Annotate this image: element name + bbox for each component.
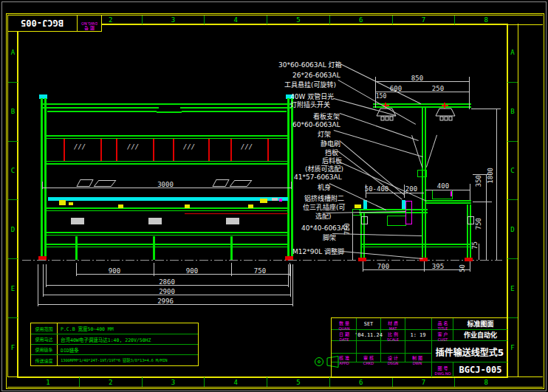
ext-line xyxy=(470,184,470,200)
post-left xyxy=(41,98,43,261)
scale-value: 1: 19 xyxy=(410,332,425,338)
rear-socket-mark xyxy=(451,191,452,196)
lightbox-frame xyxy=(46,161,288,162)
glass-hatch: /// xyxy=(183,143,195,151)
ext-line xyxy=(38,264,38,306)
annotation-label: 看板支架 xyxy=(313,111,340,121)
approved-stamp: 核 准APPD xyxy=(334,354,355,365)
ext-line xyxy=(288,264,289,287)
drive-clip xyxy=(59,200,66,205)
checked-stamp: 审 核CHKD xyxy=(358,354,379,365)
leg-handle xyxy=(467,216,474,224)
dim-text: 900 xyxy=(109,267,120,275)
notes-row-label: 使用范围 xyxy=(31,323,57,334)
ext-line xyxy=(471,109,501,109)
leg-handle xyxy=(361,216,368,224)
dim-text: 2996 xyxy=(157,298,174,305)
drawing-name-value: 标准图面 xyxy=(453,318,507,329)
dim-text: 75 xyxy=(471,241,479,250)
zone-row-label: E xyxy=(8,259,18,318)
zone-row-label: F xyxy=(8,318,18,376)
dim-text: 900 xyxy=(186,267,198,275)
annotation-label: 40*40-6063AL xyxy=(301,224,349,232)
title-stamp: 品 名TITLE xyxy=(434,320,452,331)
rear-leg xyxy=(470,204,471,259)
conveyor-rail xyxy=(46,210,290,211)
top-beam-notch xyxy=(157,111,182,113)
dim-line xyxy=(425,190,470,190)
dim-text: 250 xyxy=(432,85,444,92)
zone-col-label: 1 xyxy=(17,377,80,387)
top-beam xyxy=(47,111,157,112)
zone-col-label: 5 xyxy=(267,16,330,24)
dim-text: 750 xyxy=(254,267,266,275)
zone-col-label: 3 xyxy=(143,16,205,24)
leveling-foot xyxy=(465,258,473,261)
lower-beam xyxy=(46,247,290,247)
zone-col-label: 7 xyxy=(393,377,456,387)
end-socket xyxy=(279,199,282,202)
designed-stamp: 设 计DSGN xyxy=(383,354,403,365)
lightbox-frame xyxy=(46,135,288,137)
zone-col-label: 5 xyxy=(267,377,330,387)
zone-row-label: E xyxy=(507,259,518,318)
dim-text: 2900 xyxy=(159,288,175,295)
lightbox-frame xyxy=(46,138,288,139)
notes-table: 使用范围 P.C.B 宽度50~400 MM 使用马达 台湾40W电子调速马达1… xyxy=(30,323,199,366)
dim-line xyxy=(363,269,424,270)
ext-line xyxy=(290,264,291,297)
lightbox-divider xyxy=(116,139,117,161)
dwgno-stamp: 图 号DWG.NO xyxy=(434,365,452,376)
zone-col-label: 4 xyxy=(205,16,267,24)
rear-table-top xyxy=(425,200,471,202)
chain-clip xyxy=(118,204,123,208)
rear-leg xyxy=(467,204,468,259)
ext-line xyxy=(76,263,77,276)
dim-line xyxy=(486,202,487,260)
ext-line xyxy=(231,263,232,276)
lightbox-divider xyxy=(64,139,65,161)
zone-row-label: B xyxy=(8,83,18,142)
ext-line xyxy=(469,77,470,109)
leg-stretcher xyxy=(360,244,471,245)
post-right xyxy=(287,98,290,261)
center-post xyxy=(422,108,423,261)
ext-line xyxy=(154,263,154,276)
dim-text: 750 xyxy=(475,218,482,230)
center-post xyxy=(425,108,426,261)
date-value: '04.11.24 xyxy=(355,332,383,338)
dim-text: 850 xyxy=(411,75,423,82)
zone-col-label: 4 xyxy=(205,377,267,387)
lightbox-divider xyxy=(208,139,210,161)
zone-col-label: 6 xyxy=(330,377,393,387)
scale-stamp: 比 例SCALE xyxy=(383,331,403,342)
conveyor-belt xyxy=(48,197,288,201)
dim-line xyxy=(496,109,497,260)
ext-line xyxy=(424,261,425,272)
zone-row-label: B xyxy=(507,83,518,142)
notes-row-value: 1300RPM*1/40*24T-19T/19T*6 链轮3/8*13=4.6 … xyxy=(61,355,196,365)
mid-leg xyxy=(230,236,233,260)
annotation-label: 工具悬挂(可旋转) xyxy=(284,80,336,89)
top-beam xyxy=(42,107,159,109)
corner-drawing-number: BGCJ-005 xyxy=(8,16,76,31)
end-clip xyxy=(260,199,267,203)
cad-drawing-sheet: 1 2 3 4 5 6 7 8 1 2 3 4 5 6 7 8 A B C D … xyxy=(0,0,548,392)
ext-line xyxy=(470,261,470,272)
lightbox-divider xyxy=(173,139,174,161)
part-label-box xyxy=(148,218,162,224)
dim-text: 3000 xyxy=(157,181,174,188)
ext-line xyxy=(291,182,292,189)
drive-clip xyxy=(69,202,73,205)
power-socket xyxy=(405,201,412,224)
annotation-label: 41*57-6063AL xyxy=(294,173,342,181)
customer-value: 作业自动化 xyxy=(453,329,507,340)
dim-line xyxy=(366,193,405,193)
zone-row-label: D xyxy=(507,200,518,259)
ext-line xyxy=(292,264,293,306)
shelf xyxy=(46,232,290,233)
zone-col-label: 8 xyxy=(455,377,517,387)
annotation-label: 26*26-6063AL xyxy=(292,72,340,79)
notes-row-label: 使用马达 xyxy=(31,334,57,344)
notes-row-value: P.C.B 宽度50~400 MM xyxy=(61,323,196,334)
